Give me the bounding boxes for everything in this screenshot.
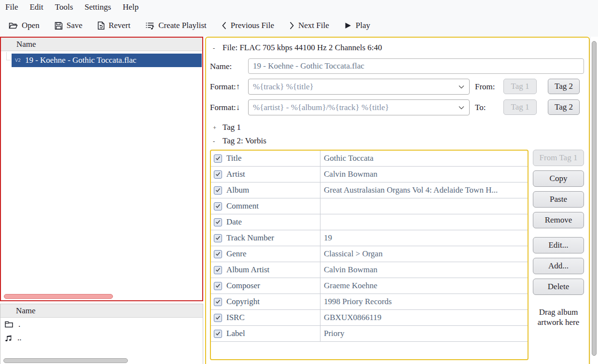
to-tag1-button[interactable]: Tag 1 — [503, 99, 537, 115]
tag-value-comment[interactable] — [320, 198, 528, 214]
tag-value-text: 19 — [324, 233, 332, 243]
toolbar-button-label: Open — [22, 21, 40, 30]
menu-tools[interactable]: Tools — [55, 2, 73, 12]
toolbar-button-label: Next File — [298, 21, 329, 30]
checkbox-comment[interactable] — [214, 202, 222, 210]
remove-button[interactable]: Remove — [533, 212, 584, 228]
toolbar-next-file-button[interactable]: Next File — [289, 21, 329, 30]
tag2-section-title: Tag 2: Vorbis — [223, 136, 266, 146]
vertical-scrollbar-thumb[interactable] — [592, 41, 597, 356]
checkbox-date[interactable] — [214, 218, 222, 226]
toolbar-save-button[interactable]: Save — [55, 21, 83, 30]
menu-edit[interactable]: Edit — [29, 2, 43, 12]
tag-field-label: Date — [226, 217, 242, 227]
checkbox-track-number[interactable] — [214, 234, 222, 242]
toolbar-button-label: Previous File — [231, 21, 274, 30]
chevron-down-icon — [459, 106, 464, 110]
to-tag2-button[interactable]: Tag 2 — [548, 99, 580, 115]
from-tag1-button[interactable]: Tag 1 — [503, 79, 537, 94]
to-label: To: — [475, 103, 486, 112]
from-tag2-button[interactable]: Tag 2 — [548, 79, 580, 94]
tag2-section-toggle[interactable]: - — [213, 138, 220, 145]
tag1-section-header: + Tag 1 — [213, 123, 241, 132]
checkbox-artist[interactable] — [214, 170, 222, 179]
filename-label: Name: — [210, 62, 232, 71]
tag-value-track-number[interactable]: 19 — [320, 230, 528, 246]
checkbox-isrc[interactable] — [214, 314, 222, 322]
tag-value-text: Great Australasian Organs Vol 4: Adelaid… — [324, 185, 498, 195]
menu-settings[interactable]: Settings — [84, 2, 111, 12]
tag-value-text: Calvin Bowman — [324, 169, 377, 179]
checkbox-label[interactable] — [214, 330, 222, 338]
tag-value-label[interactable]: Priory — [320, 326, 528, 341]
tag-row-album-artist: Album ArtistCalvin Bowman — [211, 262, 528, 278]
tag-row-album: AlbumGreat Australasian Organs Vol 4: Ad… — [211, 182, 528, 198]
tag-value-copyright[interactable]: 1998 Priory Records — [320, 294, 528, 309]
tag-row-copyright: Copyright1998 Priory Records — [211, 294, 528, 310]
menu-file[interactable]: File — [5, 2, 18, 12]
tag-row-composer: ComposerGraeme Koehne — [211, 278, 528, 294]
checkbox-genre[interactable] — [214, 250, 222, 258]
directory-list-item[interactable]: .. — [0, 331, 203, 345]
chevron-left-icon — [222, 21, 227, 30]
menu-help[interactable]: Help — [123, 2, 139, 12]
tag1-section-toggle[interactable]: + — [213, 124, 220, 132]
combobox-value: %{track} %{title} — [253, 82, 314, 92]
tag-value-album-artist[interactable]: Calvin Bowman — [320, 262, 528, 278]
tag2-fields-table: TitleGothic ToccataArtistCalvin BowmanAl… — [210, 150, 528, 360]
checkbox-copyright[interactable] — [214, 298, 222, 306]
from-label: From: — [475, 82, 495, 92]
checkbox-album-artist[interactable] — [214, 266, 222, 274]
tag-value-album[interactable]: Great Australasian Organs Vol 4: Adelaid… — [320, 182, 528, 198]
tag-field-label: Copyright — [226, 297, 260, 307]
toolbar-play-button[interactable]: Play — [344, 21, 370, 30]
toolbar-previous-file-button[interactable]: Previous File — [222, 21, 274, 30]
file-list-item[interactable]: V219 - Koehne - Gothic Toccata.flac — [12, 54, 202, 67]
file-list-panel: Name V219 - Koehne - Gothic Toccata.flac — [0, 37, 203, 301]
tag-field-label: Album — [226, 185, 249, 195]
file-list-header-name[interactable]: Name — [1, 38, 202, 51]
tag-value-artist[interactable]: Calvin Bowman — [320, 167, 528, 182]
toolbar: OpenSaveRevertCreate PlaylistPrevious Fi… — [0, 14, 598, 37]
tag-field-label: Label — [226, 329, 245, 338]
tag-value-date[interactable] — [320, 214, 528, 230]
combobox-value: %{artist} - %{album}/%{track} %{title} — [253, 103, 389, 112]
add-button[interactable]: Add... — [533, 258, 584, 274]
tag-field-cell: Date — [211, 214, 320, 230]
tag-field-cell: Album Artist — [211, 262, 320, 278]
artwork-drop-area[interactable]: Drag album artwork here — [530, 307, 586, 328]
directory-list-item[interactable]: . — [0, 318, 203, 331]
from-tag1-action-button[interactable]: From Tag 1 — [533, 150, 584, 166]
directory-list-header-name[interactable]: Name — [0, 304, 203, 318]
menubar: FileEditToolsSettingsHelp — [0, 0, 598, 14]
format-to-filename-combobox[interactable]: %{artist} - %{album}/%{track} %{title} — [248, 99, 470, 115]
tag-row-date: Date — [211, 214, 528, 230]
checkbox-album[interactable] — [214, 186, 222, 195]
toolbar-create-playlist-button[interactable]: Create Playlist — [145, 21, 207, 30]
toolbar-open-button[interactable]: Open — [9, 21, 40, 30]
tag-value-title[interactable]: Gothic Toccata — [320, 151, 528, 166]
paste-button[interactable]: Paste — [533, 191, 584, 208]
copy-button[interactable]: Copy — [533, 170, 584, 187]
vertical-scrollbar[interactable] — [590, 37, 598, 364]
format-from-filename-combobox[interactable]: %{track} %{title} — [248, 79, 470, 95]
toolbar-revert-button[interactable]: Revert — [97, 21, 130, 30]
directory-list-hscrollbar[interactable] — [0, 358, 203, 364]
filename-input[interactable]: 19 - Koehne - Gothic Toccata.flac — [248, 58, 584, 74]
tag-value-composer[interactable]: Graeme Koehne — [320, 278, 528, 294]
file-list-hscrollbar-thumb[interactable] — [4, 294, 113, 299]
directory-list-hscrollbar-thumb[interactable] — [3, 358, 128, 363]
tag-value-isrc[interactable]: GBXUX0866119 — [320, 310, 528, 325]
file-list-hscrollbar[interactable] — [1, 294, 202, 299]
checkbox-title[interactable] — [214, 154, 222, 163]
edit-button[interactable]: Edit... — [533, 237, 584, 253]
open-folder-icon — [9, 22, 18, 29]
file-section-toggle[interactable]: - — [213, 44, 220, 52]
delete-button[interactable]: Delete — [533, 279, 584, 295]
checkbox-composer[interactable] — [214, 282, 222, 290]
tag-field-label: Comment — [226, 201, 259, 211]
chevron-down-icon — [459, 85, 464, 89]
tag-field-cell: Composer — [211, 278, 320, 294]
tag-value-genre[interactable]: Classical > Organ — [320, 246, 528, 262]
tag-value-text: Graeme Koehne — [324, 281, 377, 291]
